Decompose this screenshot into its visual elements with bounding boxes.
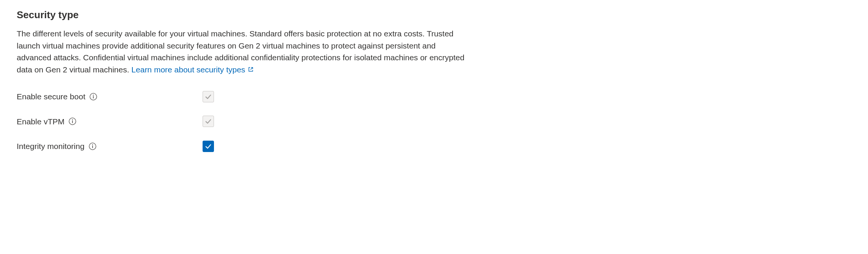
svg-point-4 [72,119,73,120]
secure-boot-label: Enable secure boot [17,91,85,103]
vtpm-checkbox [203,116,214,127]
integrity-row: Integrity monitoring [17,140,851,152]
vtpm-label-wrap: Enable vTPM [17,116,203,128]
integrity-label-wrap: Integrity monitoring [17,140,203,152]
svg-rect-5 [72,121,73,123]
vtpm-row: Enable vTPM [17,116,851,128]
learn-more-label: Learn more about security types [131,64,245,76]
secure-boot-checkbox [203,91,214,102]
integrity-checkbox[interactable] [203,141,214,152]
svg-point-7 [92,144,93,145]
info-icon[interactable] [88,142,97,151]
section-description: The different levels of security availab… [17,28,472,75]
external-link-icon [247,66,254,73]
integrity-label: Integrity monitoring [17,140,85,152]
learn-more-link[interactable]: Learn more about security types [131,64,254,76]
svg-point-1 [93,94,94,95]
svg-rect-8 [92,146,93,148]
secure-boot-row: Enable secure boot [17,91,851,103]
secure-boot-label-wrap: Enable secure boot [17,91,203,103]
vtpm-label: Enable vTPM [17,116,64,128]
info-icon[interactable] [89,93,97,101]
svg-rect-2 [93,96,94,98]
info-icon[interactable] [68,117,77,125]
section-heading: Security type [17,8,851,22]
